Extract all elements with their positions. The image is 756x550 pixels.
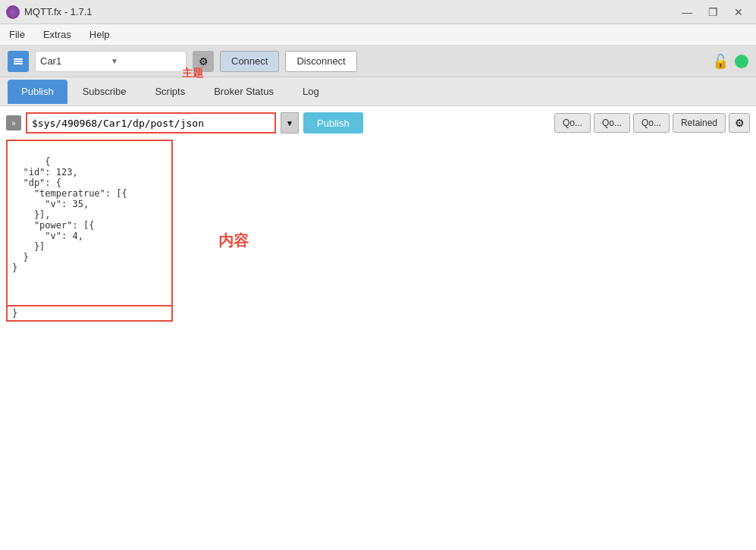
qos2-button[interactable]: Qo... (633, 113, 670, 133)
connection-status-dot (735, 55, 748, 68)
window-controls[interactable]: — ❐ ✕ (676, 4, 750, 20)
publish-bar: » ▼ Publish Qo... Qo... Qo... Retained ⚙ (6, 112, 750, 134)
disconnect-button[interactable]: Disconnect (285, 51, 356, 72)
publish-button[interactable]: Publish (303, 112, 363, 134)
title-bar: MQTT.fx - 1.7.1 — ❐ ✕ (0, 0, 756, 24)
svg-rect-1 (14, 61, 23, 62)
title-bar-left: MQTT.fx - 1.7.1 (6, 5, 93, 19)
close-button[interactable]: ✕ (727, 4, 750, 20)
content-label: 内容 (218, 231, 249, 251)
tab-publish[interactable]: Publish (8, 80, 67, 104)
topic-label: 主题 (182, 67, 203, 80)
qos-buttons: Qo... Qo... Qo... Retained ⚙ (554, 113, 750, 133)
qos1-button[interactable]: Qo... (594, 113, 630, 133)
content-area: » ▼ Publish Qo... Qo... Qo... Retained ⚙… (0, 106, 756, 550)
menu-file[interactable]: File (6, 27, 28, 42)
message-content: { "id": 123, "dp": { "temperatrue": [{ "… (12, 156, 127, 273)
tab-log[interactable]: Log (289, 80, 333, 104)
connect-button[interactable]: Connect (220, 51, 279, 72)
tab-scripts[interactable]: Scripts (141, 80, 199, 104)
minimize-button[interactable]: — (676, 4, 698, 20)
topic-dropdown-button[interactable]: ▼ (281, 112, 299, 134)
maximize-button[interactable]: ❐ (701, 4, 724, 20)
qos0-button[interactable]: Qo... (554, 113, 591, 133)
svg-rect-2 (14, 63, 23, 64)
lock-icon: 🔓 (712, 53, 729, 70)
toolbar-right: 🔓 (712, 53, 748, 70)
dropdown-arrow-icon: ▼ (111, 57, 181, 65)
menu-extras[interactable]: Extras (40, 27, 74, 42)
app-logo (6, 5, 20, 19)
retained-button[interactable]: Retained (673, 113, 726, 133)
svg-rect-0 (14, 58, 23, 60)
tab-subscribe[interactable]: Subscribe (69, 80, 140, 104)
menu-bar: File Extras Help (0, 24, 756, 46)
message-settings-button[interactable]: ⚙ (729, 113, 750, 133)
connection-name: Car1 (40, 55, 111, 67)
connection-dropdown[interactable]: Car1 ▼ (35, 51, 187, 72)
tab-broker-status[interactable]: Broker Status (200, 80, 287, 104)
editor-container: { "id": 123, "dp": { "temperatrue": [{ "… (6, 140, 750, 322)
tab-bar: Publish Subscribe Scripts Broker Status … (0, 77, 756, 106)
app-title: MQTT.fx - 1.7.1 (24, 6, 93, 17)
editor-last-line: } (6, 306, 173, 322)
topic-input[interactable] (26, 112, 276, 134)
toolbar: Car1 ▼ ⚙ Connect Disconnect 🔓 (0, 46, 756, 77)
connection-icon (8, 51, 29, 72)
message-editor[interactable]: { "id": 123, "dp": { "temperatrue": [{ "… (6, 140, 173, 306)
expand-button[interactable]: » (6, 115, 21, 130)
menu-help[interactable]: Help (86, 27, 113, 42)
